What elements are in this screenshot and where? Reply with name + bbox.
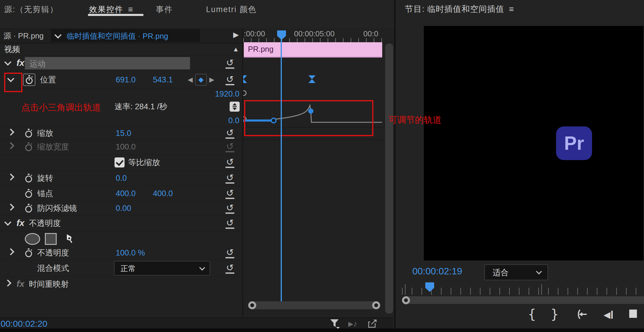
tab-lumetri-label: Lumetri 颜色: [206, 5, 257, 14]
param-row-anti-flicker: 防闪烁滤镜 0.00 ↺: [0, 201, 242, 216]
go-to-in-button[interactable]: [576, 309, 588, 321]
mask-tools-row: [0, 231, 242, 245]
effect-row-opacity[interactable]: fx 不透明度 ↺: [0, 216, 242, 231]
step-back-button[interactable]: ◀: [604, 310, 613, 320]
program-panel-title: 节目: 临时插值和空间插值≡: [405, 4, 514, 15]
reset-icon[interactable]: ↺: [225, 74, 234, 85]
anchor-y-value[interactable]: 400.0: [153, 189, 173, 198]
ruler-major-tick: [541, 284, 542, 295]
param-row-anchor: 锚点 400.0 400.0 ↺: [0, 186, 242, 201]
timeline-clip-pr-png[interactable]: PR.png: [244, 42, 382, 58]
reset-icon: ↺: [225, 141, 234, 152]
reset-icon[interactable]: ↺: [225, 128, 234, 139]
play-stop-button[interactable]: [629, 310, 637, 318]
stopwatch-icon[interactable]: [25, 129, 32, 138]
vertical-scrollbar[interactable]: [385, 43, 393, 314]
scale-width-label: 缩放宽度: [37, 141, 69, 152]
rotation-value[interactable]: 0.0: [116, 174, 127, 183]
stopwatch-icon[interactable]: [25, 248, 32, 257]
param-row-blend-mode: 混合模式 正常 ↺: [0, 260, 242, 276]
scale-width-value: 100.0: [116, 142, 136, 152]
reset-icon[interactable]: ↺: [225, 58, 234, 69]
mark-in-button[interactable]: {: [528, 308, 536, 321]
next-panel-arrow-icon[interactable]: ▶: [233, 30, 239, 39]
graph-min-value: 0.0: [228, 116, 239, 125]
tab-events[interactable]: 事件: [156, 4, 173, 15]
reset-icon[interactable]: ↺: [225, 247, 234, 258]
chevron-down-icon[interactable]: [4, 58, 11, 66]
uniform-scale-checkbox[interactable]: [115, 157, 125, 167]
stopwatch-icon[interactable]: [25, 189, 32, 198]
reset-icon[interactable]: ↺: [225, 188, 234, 199]
panel-menu-icon[interactable]: ≡: [128, 5, 133, 14]
chevron-right-icon[interactable]: [4, 279, 11, 287]
panel-menu-icon[interactable]: ≡: [509, 4, 514, 14]
tab-source-label: 源:（无剪辑）: [4, 5, 58, 14]
chevron-right-icon[interactable]: [7, 204, 14, 211]
current-timecode[interactable]: 00:00:02:20: [1, 319, 47, 329]
play-audio-icon[interactable]: ▶♪: [348, 319, 357, 328]
playhead-line[interactable]: [281, 39, 282, 305]
step-back-bar: [611, 311, 613, 319]
position-x-value[interactable]: 691.0: [116, 75, 136, 84]
collapse-triangle-icon[interactable]: ▲: [233, 45, 239, 53]
tab-effect-controls[interactable]: 效果控件≡: [89, 4, 133, 15]
stopwatch-icon[interactable]: [25, 142, 32, 151]
pen-mask-icon[interactable]: [64, 232, 74, 245]
reset-icon[interactable]: ↺: [225, 173, 234, 184]
mark-out-button[interactable]: }: [551, 308, 559, 321]
scrollbar-left-cap[interactable]: [248, 301, 256, 309]
export-icon[interactable]: [368, 319, 378, 330]
scale-value[interactable]: 15.0: [116, 128, 131, 138]
blend-mode-value: 正常: [120, 263, 136, 274]
reset-icon[interactable]: ↺: [225, 263, 234, 274]
chevron-down-icon[interactable]: [4, 219, 11, 226]
motion-effect-selected-box[interactable]: 运动: [25, 57, 190, 69]
scrollbar-right-cap[interactable]: [372, 301, 380, 309]
reset-icon[interactable]: ↺: [225, 157, 234, 168]
position-label: 位置: [40, 74, 56, 85]
add-keyframe-button[interactable]: ◆: [195, 74, 207, 86]
stop-icon: [629, 310, 637, 318]
effect-row-motion[interactable]: fx 运动 ↺: [0, 56, 242, 71]
anchor-x-value[interactable]: 400.0: [116, 189, 136, 198]
ellipse-mask-icon[interactable]: [25, 233, 40, 245]
stopwatch-icon[interactable]: [25, 204, 32, 213]
pr-logo: Pr: [556, 126, 592, 160]
motion-label: 运动: [30, 58, 45, 69]
horizontal-scrollbar[interactable]: [248, 301, 380, 309]
reset-icon[interactable]: ↺: [225, 203, 234, 214]
stopwatch-icon[interactable]: [23, 74, 35, 86]
reset-icon[interactable]: ↺: [225, 218, 234, 229]
stopwatch-icon[interactable]: [25, 174, 32, 183]
position-y-value[interactable]: 543.1: [153, 75, 173, 84]
keyframe-bezier-icon[interactable]: [308, 75, 316, 85]
velocity-label: 速率: 284.1 /秒: [115, 101, 167, 112]
sequence-clip-dropdown[interactable]: 临时插值和空间插值 · PR.png: [51, 29, 200, 42]
chevron-right-icon[interactable]: [7, 248, 14, 255]
uniform-scale-label: 等比缩放: [128, 157, 160, 168]
velocity-expander-icon[interactable]: [230, 102, 240, 112]
anti-flicker-value[interactable]: 0.00: [116, 204, 131, 213]
blend-mode-dropdown[interactable]: 正常: [114, 261, 210, 276]
transport-controls: { } ◀: [395, 307, 644, 325]
program-scrollbar[interactable]: [402, 296, 644, 304]
prev-keyframe-icon[interactable]: ◀: [188, 76, 193, 84]
group-header-video[interactable]: 视频 ▲: [0, 43, 242, 56]
rect-mask-icon[interactable]: [45, 233, 57, 245]
scrollbar-left-cap[interactable]: [402, 296, 410, 304]
program-ruler[interactable]: [402, 281, 644, 297]
chevron-right-icon[interactable]: [7, 128, 14, 136]
chevron-right-icon[interactable]: [7, 142, 14, 149]
chevron-right-icon[interactable]: [7, 173, 14, 180]
effect-params-list: 视频 ▲ fx 运动 ↺ 位置 691.0 543.1 ◀ ◆ ▶ ↺ 19: [0, 43, 242, 318]
keyframe-start-icon[interactable]: [243, 75, 248, 84]
fx-icon: fx: [17, 279, 24, 289]
next-keyframe-icon[interactable]: ▶: [209, 76, 214, 84]
opacity-value[interactable]: 100.0 %: [116, 248, 145, 257]
program-timecode[interactable]: 00:00:02:19: [412, 266, 462, 277]
tab-source-monitor[interactable]: 源:（无剪辑）: [4, 4, 58, 15]
effect-row-time-remap[interactable]: fx 时间重映射: [0, 276, 242, 292]
zoom-fit-dropdown[interactable]: 适合: [484, 264, 548, 280]
tab-lumetri[interactable]: Lumetri 颜色: [206, 4, 257, 15]
